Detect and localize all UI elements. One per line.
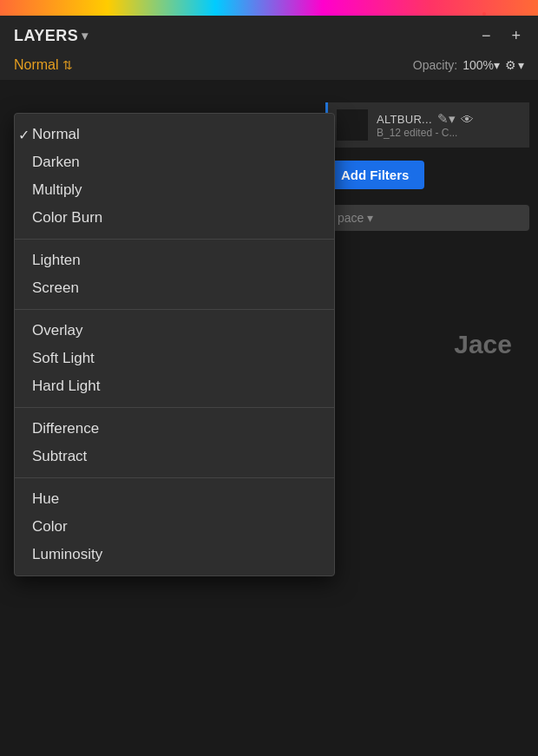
visibility-toggle-button[interactable]: 👁 [461, 112, 474, 127]
blend-mode-selector[interactable]: Normal ⇅ [14, 57, 73, 73]
check-icon: ✓ [18, 127, 30, 143]
blend-option-color[interactable]: Color [15, 513, 334, 541]
layer-subtitle-1: B_12 edited - C... [377, 127, 521, 139]
layer-name-1: ALTBUR... [377, 113, 432, 126]
space-selector[interactable]: pace ▾ [325, 205, 529, 231]
layer-item-1[interactable]: ALTBUR... ✎▾ 👁 B_12 edited - C... [325, 102, 529, 148]
gear-icon: ⚙ [505, 58, 516, 72]
blend-mode-label: Normal [14, 57, 59, 73]
jace-background-text: Jace [454, 330, 512, 359]
space-chevron-icon: ▾ [367, 211, 373, 225]
header-icons: − + [478, 26, 524, 45]
gear-settings-button[interactable]: ⚙ ▾ [505, 58, 524, 72]
dropdown-group-darken: ✓ Normal Darken Multiply Color Burn [15, 114, 334, 240]
top-image-strip [0, 0, 538, 16]
gear-chevron-icon: ▾ [518, 58, 524, 72]
blend-option-hard-light[interactable]: Hard Light [15, 372, 334, 400]
blend-option-difference[interactable]: Difference [15, 415, 334, 443]
blend-option-subtract[interactable]: Subtract [15, 443, 334, 470]
add-filters-button[interactable]: Add Filters [325, 161, 424, 189]
space-label: pace [338, 211, 364, 225]
opacity-label: Opacity: [413, 58, 457, 72]
blend-option-lighten[interactable]: Lighten [15, 247, 334, 274]
blend-option-hue[interactable]: Hue [15, 485, 334, 513]
blend-mode-row: Normal ⇅ Opacity: 100%▾ ⚙ ▾ [0, 54, 538, 80]
blend-option-luminosity[interactable]: Luminosity [15, 541, 334, 569]
blend-option-multiply[interactable]: Multiply [15, 176, 334, 204]
layer-info-1: ALTBUR... ✎▾ 👁 B_12 edited - C... [377, 111, 521, 139]
blend-option-darken[interactable]: Darken [15, 148, 334, 176]
edit-layer-button[interactable]: ✎▾ [437, 111, 456, 127]
panel-header: LAYERS ▾ − + [0, 16, 538, 54]
blend-option-screen[interactable]: Screen [15, 274, 334, 302]
add-filters-row: Add Filters [325, 150, 529, 200]
blend-mode-dropdown: ✓ Normal Darken Multiply Color Burn Ligh… [14, 113, 335, 576]
blend-option-overlay[interactable]: Overlay [15, 317, 334, 345]
title-chevron-icon[interactable]: ▾ [82, 29, 89, 43]
panel-title: LAYERS ▾ [14, 27, 89, 45]
blend-option-color-burn[interactable]: Color Burn [15, 204, 334, 232]
add-layer-button[interactable]: + [508, 26, 524, 45]
opacity-section: Opacity: 100%▾ ⚙ ▾ [413, 58, 524, 72]
blend-option-soft-light[interactable]: Soft Light [15, 345, 334, 372]
minimize-button[interactable]: − [478, 26, 495, 45]
opacity-value[interactable]: 100%▾ [463, 58, 500, 72]
dropdown-group-lighten: Lighten Screen [15, 240, 334, 310]
blend-mode-arrows-icon: ⇅ [62, 58, 73, 72]
dropdown-group-overlay: Overlay Soft Light Hard Light [15, 310, 334, 408]
layers-title-text: LAYERS [14, 27, 78, 45]
blend-option-normal[interactable]: ✓ Normal [15, 121, 334, 148]
dropdown-group-difference: Difference Subtract [15, 408, 334, 478]
dropdown-group-hue: Hue Color Luminosity [15, 478, 334, 575]
layer-thumbnail-1 [337, 109, 368, 141]
right-layer-panel: ALTBUR... ✎▾ 👁 B_12 edited - C... Add Fi… [317, 102, 538, 231]
